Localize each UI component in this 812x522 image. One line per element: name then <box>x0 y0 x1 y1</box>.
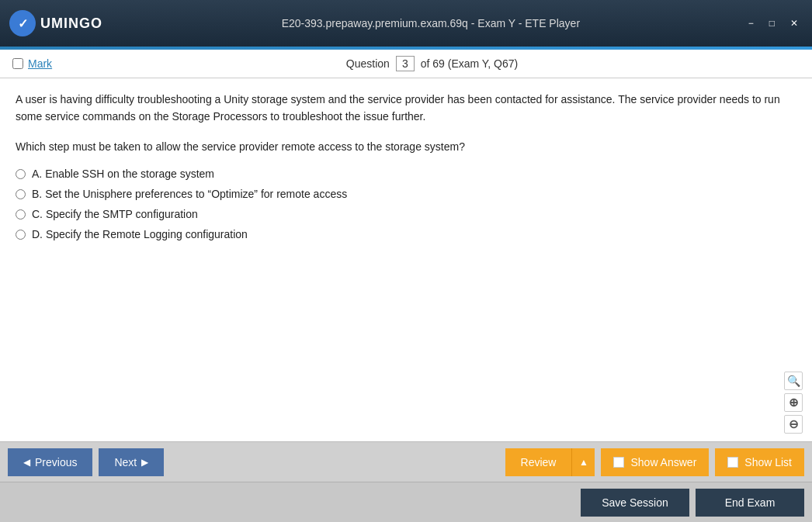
option-d[interactable]: D. Specify the Remote Logging configurat… <box>16 228 796 240</box>
review-button[interactable]: Review <box>505 448 572 476</box>
mark-area[interactable]: Mark <box>12 57 52 70</box>
show-list-button[interactable]: Show List <box>715 448 804 476</box>
radio-b[interactable] <box>16 189 26 199</box>
main-content: A user is having difficulty troubleshoot… <box>0 78 812 441</box>
radio-d[interactable] <box>16 230 26 240</box>
save-session-button[interactable]: Save Session <box>581 489 689 517</box>
review-button-group[interactable]: Review ▲ <box>505 448 595 476</box>
question-stem: Which step must be taken to allow the se… <box>16 138 796 155</box>
question-number-badge: 3 <box>396 56 415 71</box>
close-button[interactable]: ✕ <box>786 16 803 30</box>
minimize-button[interactable]: − <box>744 16 758 30</box>
show-answer-checkbox-icon <box>613 457 624 468</box>
previous-label: Previous <box>35 456 77 468</box>
option-a[interactable]: A. Enable SSH on the storage system <box>16 168 796 180</box>
action-bar: Save Session End Exam <box>0 482 812 522</box>
logo-text: UMINGO <box>40 16 102 32</box>
mark-checkbox-input[interactable] <box>12 58 23 69</box>
window-controls[interactable]: − □ ✕ <box>744 16 803 30</box>
option-c-label: C. Specify the SMTP configuration <box>32 208 198 220</box>
maximize-button[interactable]: □ <box>765 16 779 30</box>
toolbar: Mark Question 3 of 69 (Exam Y, Q67) <box>0 50 812 78</box>
search-button[interactable]: 🔍 <box>784 372 803 390</box>
option-a-text: Enable SSH on the storage system <box>45 168 214 180</box>
zoom-in-button[interactable]: ⊕ <box>784 393 803 412</box>
title-bar: ✓ UMINGO E20-393.prepaway.premium.exam.6… <box>0 0 812 47</box>
review-dropdown-button[interactable]: ▲ <box>571 448 595 476</box>
show-list-label: Show List <box>744 456 792 468</box>
next-arrow-icon: ▶ <box>141 457 148 468</box>
option-b-text: Set the Unisphere preferences to “Optimi… <box>45 188 347 200</box>
next-button[interactable]: Next ▶ <box>99 448 164 476</box>
option-b[interactable]: B. Set the Unisphere preferences to “Opt… <box>16 188 796 200</box>
option-c[interactable]: C. Specify the SMTP configuration <box>16 208 796 220</box>
previous-arrow-icon: ◀ <box>23 457 30 468</box>
end-exam-button[interactable]: End Exam <box>696 489 804 517</box>
question-text: A user is having difficulty troubleshoot… <box>16 91 796 126</box>
option-d-label: D. Specify the Remote Logging configurat… <box>32 228 248 240</box>
nav-bar: ◀ Previous Next ▶ Review ▲ Show Answer S… <box>0 441 812 482</box>
show-answer-button[interactable]: Show Answer <box>601 448 709 476</box>
radio-a[interactable] <box>16 169 26 179</box>
question-info: Question 3 of 69 (Exam Y, Q67) <box>64 56 800 71</box>
show-answer-label: Show Answer <box>630 456 696 468</box>
option-a-label: A. Enable SSH on the storage system <box>32 168 214 180</box>
next-label: Next <box>114 456 137 468</box>
window-title: E20-393.prepaway.premium.exam.69q - Exam… <box>118 17 744 29</box>
zoom-out-button[interactable]: ⊖ <box>784 415 803 434</box>
question-label: Question <box>346 57 390 70</box>
mark-label[interactable]: Mark <box>28 57 52 70</box>
option-d-text: Specify the Remote Logging configuration <box>46 228 248 240</box>
question-total: of 69 (Exam Y, Q67) <box>421 57 519 70</box>
logo-area: ✓ UMINGO <box>9 10 118 36</box>
radio-c[interactable] <box>16 209 26 220</box>
previous-button[interactable]: ◀ Previous <box>8 448 92 476</box>
zoom-controls[interactable]: 🔍 ⊕ ⊖ <box>784 372 803 434</box>
option-c-text: Specify the SMTP configuration <box>46 208 198 220</box>
option-b-label: B. Set the Unisphere preferences to “Opt… <box>32 188 347 200</box>
logo-icon: ✓ <box>9 10 36 36</box>
show-list-checkbox-icon <box>727 457 738 468</box>
